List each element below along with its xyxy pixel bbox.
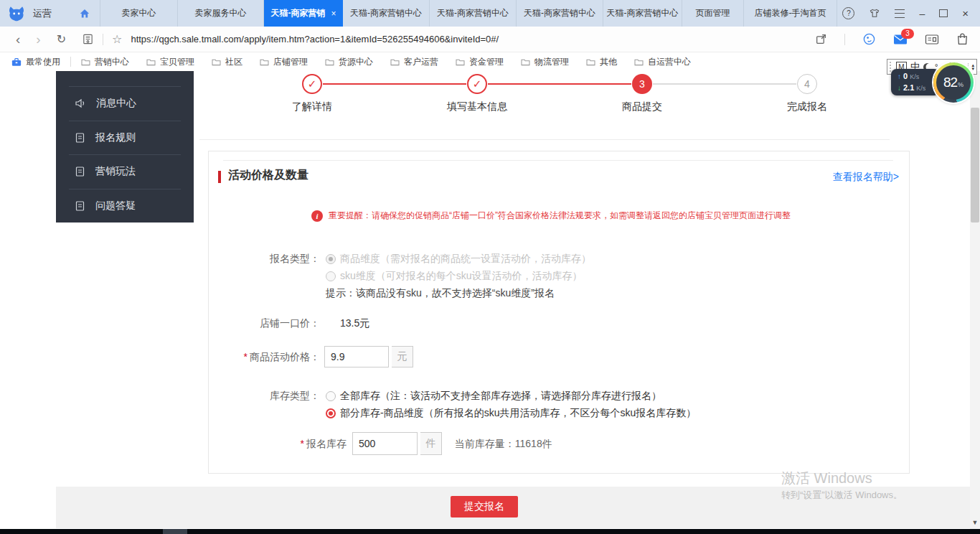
- bookmark-label: 最常使用: [26, 56, 60, 68]
- gauge-percent-sign: %: [958, 81, 963, 88]
- bookmark-label: 宝贝管理: [160, 56, 194, 68]
- browser-logo-area: 运营: [0, 0, 69, 27]
- stock-type-label: 库存类型：: [209, 390, 320, 403]
- theme-shirt-icon[interactable]: [869, 8, 880, 19]
- mail-badge: 3: [901, 29, 914, 39]
- list-price-value: 13.5元: [340, 317, 369, 330]
- browser-tab-marketing-center-2[interactable]: 天猫-商家营销中心: [430, 0, 517, 27]
- option-label: 全部库存（注：该活动不支持全部库存选择，请选择部分库存进行报名）: [340, 390, 661, 403]
- activity-price-input[interactable]: [324, 346, 389, 367]
- bookmark-folder-supply[interactable]: 货源中心: [325, 56, 373, 68]
- radio-sku-dimension[interactable]: [326, 271, 336, 281]
- help-link[interactable]: 查看报名帮助>: [833, 171, 899, 184]
- sidebar-item-marketing-play[interactable]: 营销玩法: [56, 155, 194, 189]
- option-label: 商品维度（需对报名的商品统一设置活动价，活动库存）: [340, 253, 591, 266]
- mail-icon[interactable]: 3: [893, 34, 908, 45]
- up-speed-value: 0: [903, 71, 908, 82]
- bookmark-folder-self-operate[interactable]: 自运营中心: [634, 56, 691, 68]
- sidebar-item-message-center[interactable]: 消息中心: [56, 87, 194, 121]
- section-accent-bar: [218, 171, 221, 183]
- home-tab[interactable]: [69, 0, 100, 27]
- smiley-status-icon[interactable]: [862, 32, 876, 46]
- tmall-logo-icon: [7, 4, 26, 23]
- forward-icon[interactable]: ›: [36, 32, 40, 46]
- tab-close-icon[interactable]: ×: [331, 9, 336, 19]
- activity-panel: 活动价格及数量 查看报名帮助> i 重要提醒：请确保您的促销商品“店铺一口价”符…: [208, 151, 910, 474]
- apply-stock-input[interactable]: [352, 432, 418, 455]
- url-field[interactable]: https://qgch.sale.tmall.com/apply/item.h…: [131, 34, 815, 44]
- network-speed-widget[interactable]: ↑ 0 K/s ↓ 2.1 K/s: [891, 69, 940, 95]
- close-icon[interactable]: ×: [962, 7, 969, 19]
- browser-tab-marketing-center-4[interactable]: 天猫-商家营销中心: [603, 0, 682, 27]
- minimize-icon[interactable]: –: [919, 10, 925, 17]
- browser-tab-seller-center[interactable]: 卖家中心: [100, 0, 178, 27]
- list-price-label: 店铺一口价：: [209, 317, 320, 330]
- bookmark-folder-shop-manage[interactable]: 店铺管理: [260, 56, 308, 68]
- apply-type-option-sku: sku维度（可对报名的每个sku设置活动价，活动库存）: [326, 270, 583, 283]
- back-icon[interactable]: ‹: [16, 32, 20, 46]
- browser-window: 运营 卖家中心 卖家服务中心 天猫-商家营销 × 天猫-商家营销中心 天猫-商家…: [0, 0, 980, 534]
- bookmarks-bar: 最常使用 营销中心 宝贝管理 社区 店铺管理 货源中心 客户运营 资金管理 物流…: [0, 52, 980, 71]
- warning-text: 重要提醒：请确保您的促销商品“店铺一口价”符合国家价格法律法规要求，如需调整请返…: [329, 210, 791, 222]
- menu-icon[interactable]: [895, 9, 905, 18]
- browser-tab-seller-service[interactable]: 卖家服务中心: [178, 0, 264, 27]
- bookmark-folder-marketing[interactable]: 营销中心: [81, 56, 129, 68]
- browser-tab-marketing-center-1[interactable]: 天猫-商家营销中心: [343, 0, 430, 27]
- bookmark-label: 营销中心: [95, 56, 129, 68]
- bookmark-label: 其他: [600, 56, 617, 68]
- required-mark: *: [244, 351, 248, 362]
- browser-tab-bar: 运营 卖家中心 卖家服务中心 天猫-商家营销 × 天猫-商家营销中心 天猫-商家…: [0, 0, 980, 27]
- sidebar-item-label: 营销玩法: [95, 165, 136, 178]
- scrollbar-track[interactable]: ▼: [970, 71, 980, 529]
- browser-tab-active-marketing[interactable]: 天猫-商家营销 ×: [264, 0, 343, 27]
- divider: [199, 139, 890, 140]
- scrollbar-thumb[interactable]: [971, 108, 979, 222]
- scrollbar-down-arrow[interactable]: ▼: [970, 519, 980, 526]
- bookmark-folder-logistics[interactable]: 物流管理: [521, 56, 569, 68]
- up-speed-unit: K/s: [910, 72, 919, 83]
- favorite-star-icon[interactable]: ☆: [112, 34, 122, 45]
- bookmark-folder-customer[interactable]: 客户运营: [390, 56, 438, 68]
- browser-tab-page-manage[interactable]: 页面管理: [682, 0, 744, 27]
- speaker-icon: [75, 98, 86, 109]
- step-1-label: 了解详情: [269, 100, 355, 113]
- maximize-icon[interactable]: [939, 9, 948, 17]
- submit-apply-button[interactable]: 提交报名: [451, 496, 518, 517]
- sidebar-item-apply-rules[interactable]: 报名规则: [56, 121, 194, 155]
- reading-list-icon[interactable]: [925, 34, 939, 45]
- apply-type-label: 报名类型：: [209, 253, 320, 266]
- bookmark-label: 社区: [225, 56, 242, 68]
- sidebar-item-qa[interactable]: 问题答疑: [56, 189, 194, 223]
- browser-tab-marketing-center-3[interactable]: 天猫-商家营销中心: [517, 0, 603, 27]
- bottom-taskbar-strip: [0, 529, 980, 534]
- bookmark-folder-community[interactable]: 社区: [212, 56, 242, 68]
- radio-all-stock[interactable]: [326, 391, 336, 401]
- radio-partial-stock[interactable]: [326, 408, 336, 418]
- bookmark-folder-items[interactable]: 宝贝管理: [146, 56, 194, 68]
- tab-label: 天猫-商家营销中心: [437, 7, 509, 19]
- label-text: 商品活动价格：: [250, 351, 320, 362]
- bookmark-folder-funds[interactable]: 资金管理: [456, 56, 504, 68]
- browser-tab-shop-decorate[interactable]: 店铺装修-手淘首页: [744, 0, 837, 27]
- reload-icon[interactable]: ↻: [57, 34, 66, 45]
- site-info-icon[interactable]: [82, 33, 94, 45]
- arrow-down-icon: ▾: [971, 67, 974, 70]
- down-speed-unit: K/s: [916, 83, 925, 94]
- window-controls: ? – ×: [842, 0, 980, 27]
- document-icon: [75, 166, 85, 177]
- open-in-new-icon[interactable]: [815, 33, 827, 45]
- window-title: 运营: [33, 7, 52, 20]
- step-connector: [488, 83, 631, 85]
- radio-item-dimension[interactable]: [326, 254, 336, 264]
- document-icon: [75, 132, 85, 144]
- address-bar: ‹ › ↻ ☆ https://qgch.sale.tmall.com/appl…: [0, 27, 980, 52]
- step-4-pending: 4: [797, 74, 817, 94]
- bookmark-most-used[interactable]: 最常使用: [11, 56, 60, 68]
- memory-usage-gauge[interactable]: 82 %: [933, 62, 974, 103]
- help-icon[interactable]: ?: [842, 7, 854, 19]
- step-3-label: 商品提交: [599, 100, 685, 113]
- shopping-bag-icon[interactable]: [956, 32, 969, 46]
- bookmark-folder-other[interactable]: 其他: [586, 56, 617, 68]
- step-1-done-icon: ✓: [302, 74, 322, 94]
- price-unit: 元: [392, 346, 413, 367]
